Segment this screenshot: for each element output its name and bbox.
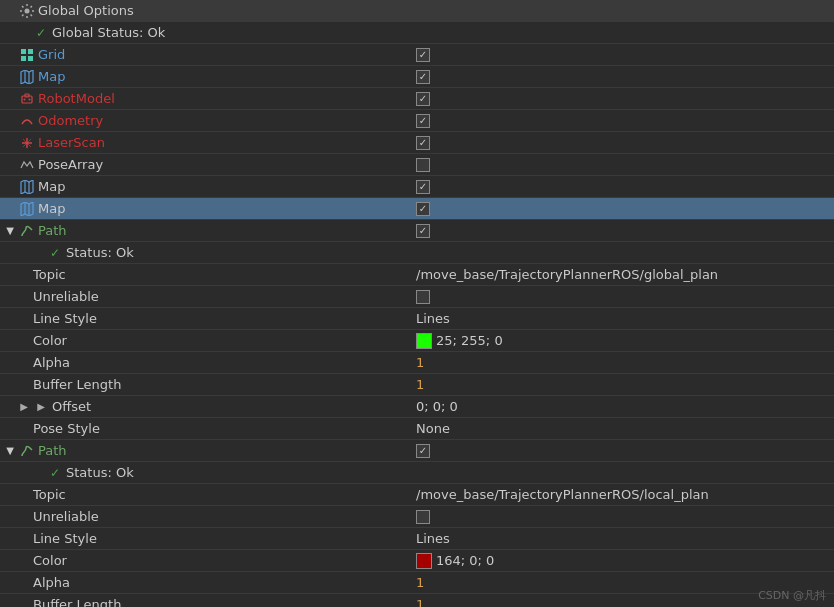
- value-col-path2-unreliable: [410, 508, 834, 526]
- tree-row-path1-topic[interactable]: Topic/move_base/TrajectoryPlannerROS/glo…: [0, 264, 834, 286]
- name-col-path2: ▼Path: [0, 441, 410, 461]
- tree-row-odometry[interactable]: Odometry: [0, 110, 834, 132]
- row-label-robotmodel: RobotModel: [38, 91, 115, 106]
- expand-arrow-laserscan: [4, 137, 16, 149]
- expand-arrow-path2-bufferlength: [18, 599, 30, 608]
- checkbox-odometry[interactable]: [416, 114, 430, 128]
- name-col-path1-color: Color: [0, 331, 410, 350]
- row-label-path2-topic: Topic: [33, 487, 66, 502]
- expand-arrow-path2-unreliable: [18, 511, 30, 523]
- row-label-map2: Map: [38, 179, 65, 194]
- path-icon: [19, 443, 35, 459]
- tree-row-map1[interactable]: Map: [0, 66, 834, 88]
- checkbox-posearray[interactable]: [416, 158, 430, 172]
- tree-row-path1-unreliable[interactable]: Unreliable: [0, 286, 834, 308]
- name-col-path2-unreliable: Unreliable: [0, 507, 410, 526]
- tree-row-path2-alpha[interactable]: Alpha1: [0, 572, 834, 594]
- name-col-path2-color: Color: [0, 551, 410, 570]
- tree-row-path2-status[interactable]: ✓Status: Ok: [0, 462, 834, 484]
- checkbox-path2-unreliable[interactable]: [416, 510, 430, 524]
- checkbox-path1-unreliable[interactable]: [416, 290, 430, 304]
- display-tree: Global Options✓Global Status: OkGridMapR…: [0, 0, 834, 607]
- row-label-odometry: Odometry: [38, 113, 103, 128]
- tree-row-path2-unreliable[interactable]: Unreliable: [0, 506, 834, 528]
- tree-row-path1-offset[interactable]: ▶▶Offset0; 0; 0: [0, 396, 834, 418]
- checkbox-robotmodel[interactable]: [416, 92, 430, 106]
- checkbox-map2[interactable]: [416, 180, 430, 194]
- tree-row-robotmodel[interactable]: RobotModel: [0, 88, 834, 110]
- tree-row-laserscan[interactable]: LaserScan: [0, 132, 834, 154]
- tree-row-map3-selected[interactable]: Map: [0, 198, 834, 220]
- name-col-map1: Map: [0, 67, 410, 87]
- checkbox-laserscan[interactable]: [416, 136, 430, 150]
- row-label-path1-topic: Topic: [33, 267, 66, 282]
- name-col-path1-unreliable: Unreliable: [0, 287, 410, 306]
- svg-point-0: [25, 8, 30, 13]
- name-col-path1: ▼Path: [0, 221, 410, 241]
- row-value-path1-linestyle: Lines: [416, 311, 450, 326]
- tree-row-path2-topic[interactable]: Topic/move_base/TrajectoryPlannerROS/loc…: [0, 484, 834, 506]
- row-value-path1-alpha: 1: [416, 355, 424, 370]
- row-label-path1-offset: Offset: [52, 399, 91, 414]
- row-label-path2-alpha: Alpha: [33, 575, 70, 590]
- expand-arrow-path1-linestyle: [18, 313, 30, 325]
- watermark: CSDN @凡抖: [758, 588, 826, 603]
- expand-arrow-path2[interactable]: ▼: [4, 445, 16, 457]
- tree-row-path2[interactable]: ▼Path: [0, 440, 834, 462]
- map-icon: [19, 201, 35, 217]
- row-value-path1-topic: /move_base/TrajectoryPlannerROS/global_p…: [416, 267, 718, 282]
- value-col-path1-unreliable: [410, 288, 834, 306]
- check-icon: ✓: [47, 465, 63, 481]
- tree-row-path1-bufferlength[interactable]: Buffer Length1: [0, 374, 834, 396]
- row-label-path1-unreliable: Unreliable: [33, 289, 99, 304]
- value-col-laserscan: [410, 134, 834, 152]
- value-col-map1: [410, 68, 834, 86]
- row-label-path1-bufferlength: Buffer Length: [33, 377, 121, 392]
- tree-row-path2-linestyle[interactable]: Line StyleLines: [0, 528, 834, 550]
- expand-arrow-path1[interactable]: ▼: [4, 225, 16, 237]
- check-icon: ✓: [33, 25, 49, 41]
- expand-arrow-path2-topic: [18, 489, 30, 501]
- tree-row-path1-posestyle[interactable]: Pose StyleNone: [0, 418, 834, 440]
- tree-row-posearray[interactable]: PoseArray: [0, 154, 834, 176]
- tree-row-path2-color[interactable]: Color164; 0; 0: [0, 550, 834, 572]
- expand-arrow-path2-linestyle: [18, 533, 30, 545]
- name-col-path2-linestyle: Line Style: [0, 529, 410, 548]
- value-col-path2-status: [410, 471, 834, 475]
- tree-row-path1-color[interactable]: Color25; 255; 0: [0, 330, 834, 352]
- tree-row-map2[interactable]: Map: [0, 176, 834, 198]
- tree-row-path2-bufferlength[interactable]: Buffer Length1: [0, 594, 834, 607]
- checkbox-map3-selected[interactable]: [416, 202, 430, 216]
- expand-arrow-robotmodel: [4, 93, 16, 105]
- row-label-path2: Path: [38, 443, 67, 458]
- value-col-odometry: [410, 112, 834, 130]
- row-value-path2-linestyle: Lines: [416, 531, 450, 546]
- tree-row-path1-linestyle[interactable]: Line StyleLines: [0, 308, 834, 330]
- color-swatch-path1-color[interactable]: [416, 333, 432, 349]
- svg-rect-2: [28, 49, 33, 54]
- tree-row-global-options[interactable]: Global Options: [0, 0, 834, 22]
- tree-row-path1-alpha[interactable]: Alpha1: [0, 352, 834, 374]
- row-label-laserscan: LaserScan: [38, 135, 105, 150]
- color-swatch-path2-color[interactable]: [416, 553, 432, 569]
- row-value-path2-alpha: 1: [416, 575, 424, 590]
- svg-marker-12: [21, 180, 33, 194]
- row-value-path2-topic: /move_base/TrajectoryPlannerROS/local_pl…: [416, 487, 709, 502]
- row-label-map1: Map: [38, 69, 65, 84]
- svg-marker-15: [21, 202, 33, 216]
- row-label-path2-linestyle: Line Style: [33, 531, 97, 546]
- checkbox-grid[interactable]: [416, 48, 430, 62]
- svg-rect-4: [28, 56, 33, 61]
- checkbox-path2[interactable]: [416, 444, 430, 458]
- tree-row-path1[interactable]: ▼Path: [0, 220, 834, 242]
- checkbox-path1[interactable]: [416, 224, 430, 238]
- expand-arrow-path1-offset[interactable]: ▶: [18, 401, 30, 413]
- value-col-global-status: [410, 31, 834, 35]
- tree-row-global-status[interactable]: ✓Global Status: Ok: [0, 22, 834, 44]
- map-icon: [19, 179, 35, 195]
- checkbox-map1[interactable]: [416, 70, 430, 84]
- name-col-path1-offset: ▶▶Offset: [0, 397, 410, 417]
- tree-row-path1-status[interactable]: ✓Status: Ok: [0, 242, 834, 264]
- tree-row-grid[interactable]: Grid: [0, 44, 834, 66]
- row-label-path2-bufferlength: Buffer Length: [33, 597, 121, 607]
